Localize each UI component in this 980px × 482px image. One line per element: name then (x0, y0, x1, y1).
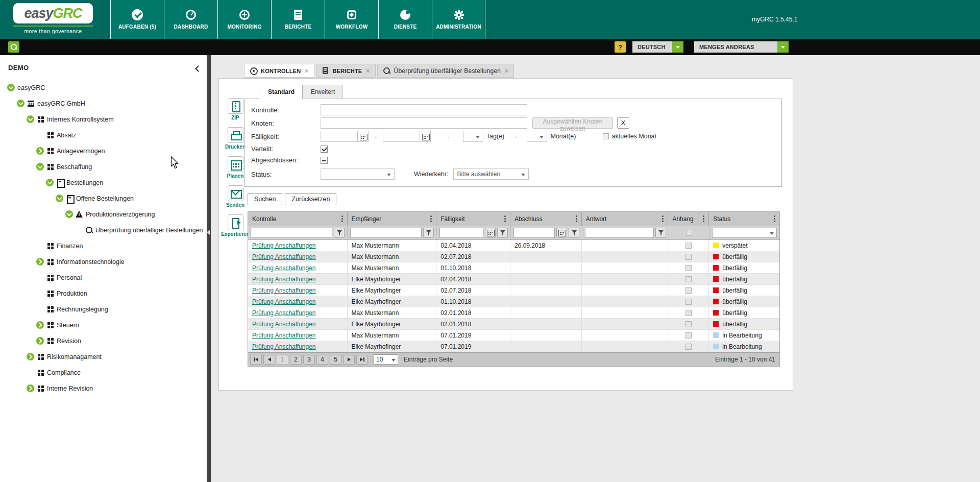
next-page-button[interactable] (343, 355, 355, 365)
language-dropdown-button[interactable] (672, 41, 683, 53)
status-select[interactable] (321, 168, 395, 180)
page-number-button[interactable]: 2 (290, 355, 302, 365)
table-row[interactable]: Prüfung Anschaffungen Elke Mayrhofinger … (248, 274, 779, 285)
page-number-button[interactable]: 3 (303, 355, 315, 365)
monate-select[interactable] (527, 131, 547, 142)
page-number-button[interactable]: 1 (277, 355, 288, 365)
calendar-filter-button[interactable] (485, 228, 496, 238)
page-number-button[interactable]: 4 (316, 355, 328, 365)
nav-item-monitoring[interactable]: MONITORING (217, 0, 271, 39)
kontrolle-link[interactable]: Prüfung Anschaffungen (252, 253, 316, 260)
column-header-antwort[interactable]: Antwort (582, 212, 669, 226)
nav-item-dashboard[interactable]: DASHBOARD (164, 0, 217, 39)
tree-item[interactable]: Bestellungen (0, 175, 207, 190)
column-menu-icon[interactable] (504, 215, 506, 222)
tree-item[interactable]: easyGRC (0, 80, 207, 95)
kontrolle-link[interactable]: Prüfung Anschaffungen (252, 298, 316, 305)
filter-button[interactable] (423, 228, 434, 238)
page-size-select[interactable]: 10 (374, 354, 398, 365)
toolbar-button-box[interactable] (228, 156, 243, 172)
tree-expander-icon[interactable] (56, 195, 63, 202)
filter-button[interactable] (334, 228, 345, 238)
kontrolle-link[interactable]: Prüfung Anschaffungen (252, 332, 316, 339)
table-row[interactable]: Prüfung Anschaffungen Max Mustermann 07.… (248, 330, 779, 341)
tree-item[interactable]: Compliance (0, 365, 207, 380)
filter-input-abschluss[interactable] (513, 228, 555, 238)
calendar-button[interactable] (420, 131, 431, 142)
toolbar-button[interactable]: Exportieren (220, 214, 251, 237)
tree-expander-icon[interactable] (36, 147, 44, 155)
column-menu-icon[interactable] (341, 215, 343, 222)
column-header-kontrolle[interactable]: Kontrolle (248, 212, 348, 226)
splitter-collapse-icon[interactable] (207, 230, 210, 235)
tree-expander-icon[interactable] (36, 321, 44, 329)
column-menu-icon[interactable] (774, 215, 775, 222)
toolbar-button-box[interactable] (228, 127, 243, 143)
kontrolle-link[interactable]: Prüfung Anschaffungen (252, 321, 316, 328)
nav-item-berichte[interactable]: BERICHTE (271, 0, 325, 39)
table-row[interactable]: Prüfung Anschaffungen Elke Mayrhofinger … (248, 285, 779, 296)
filter-button[interactable] (569, 228, 579, 238)
tree-item[interactable]: Internes Kontrollsystem (0, 111, 207, 127)
nav-item-dienste[interactable]: DIENSTE (378, 0, 432, 39)
faelligkeit-from-input[interactable] (321, 131, 358, 142)
column-menu-icon[interactable] (662, 215, 664, 222)
easygrc-logo[interactable]: easyGRC more than governance (13, 3, 93, 34)
tree-expander-icon[interactable] (36, 163, 44, 171)
tree-item[interactable]: easyGRC GmbH (0, 95, 207, 111)
tree-expander-icon[interactable] (65, 210, 73, 218)
kontrolle-link[interactable]: Prüfung Anschaffungen (252, 264, 316, 272)
tab-ueberpruefung[interactable]: Überprüfung überfälliger Bestellungen × (377, 64, 514, 78)
filter-input-antwort[interactable] (585, 228, 654, 238)
table-row[interactable]: Prüfung Anschaffungen Max Mustermann 02.… (248, 240, 779, 251)
tab-standard[interactable]: Standard (260, 85, 303, 99)
tab-berichte[interactable]: BERICHTE × (316, 64, 376, 78)
tree-item[interactable]: Anlagevermögen (0, 143, 207, 159)
tage-select[interactable] (463, 131, 483, 142)
filter-input-kontrolle[interactable] (251, 228, 332, 238)
previous-page-button[interactable] (263, 355, 275, 365)
tree-item[interactable]: Personal (0, 270, 207, 285)
tree-item[interactable]: Überprüfung überfälliger Bestellungen (0, 222, 207, 238)
abgeschlossen-checkbox[interactable] (321, 157, 328, 164)
tree-item[interactable]: Absatz (0, 127, 207, 143)
table-row[interactable]: Prüfung Anschaffungen Elke Mayrhofinger … (248, 296, 779, 307)
filter-button[interactable] (497, 228, 508, 238)
toolbar-button[interactable]: Senden (220, 185, 251, 208)
kontrolle-link[interactable]: Prüfung Anschaffungen (252, 343, 316, 350)
filter-input-faelligkeit[interactable] (439, 228, 483, 238)
tree-item[interactable]: Revision (0, 333, 207, 349)
toolbar-button-box[interactable] (228, 98, 243, 114)
tree-item[interactable]: Steuern (0, 317, 207, 333)
tree-expander-icon[interactable] (36, 337, 44, 345)
filter-input-empfaenger[interactable] (350, 228, 422, 238)
kontrolle-link[interactable]: Prüfung Anschaffungen (252, 309, 316, 317)
filter-button[interactable] (655, 228, 666, 238)
tree-item[interactable]: Interne Revision (0, 380, 207, 396)
calendar-filter-button[interactable] (556, 228, 567, 238)
zuruecksetzen-button[interactable]: Zurücksetzen (285, 193, 336, 205)
verteilt-checkbox[interactable] (321, 146, 328, 153)
tab-erweitert[interactable]: Erweitert (303, 85, 343, 99)
tree-expander-icon[interactable] (27, 115, 34, 123)
tree-item[interactable]: Beschaffung (0, 159, 207, 175)
toolbar-button-box[interactable] (228, 214, 243, 230)
column-menu-icon[interactable] (703, 215, 704, 222)
toolbar-button-box[interactable] (228, 185, 243, 201)
page-number-button[interactable]: 5 (330, 355, 341, 365)
tree-item[interactable]: Rechnungslegung (0, 301, 207, 317)
user-select[interactable]: MENGES ANDREAS (694, 41, 789, 53)
table-row[interactable]: Prüfung Anschaffungen Elke Mayrhofinger … (248, 341, 779, 352)
wiederkehr-select[interactable]: Bitte auswählen (453, 168, 529, 180)
tree-item[interactable]: Produktion (0, 285, 207, 301)
close-icon[interactable]: × (504, 67, 508, 75)
tree-item[interactable]: Finanzen (0, 238, 207, 254)
user-dropdown-button[interactable] (777, 41, 789, 53)
tree-expander-icon[interactable] (27, 384, 34, 392)
sidebar-collapse-button[interactable] (196, 64, 201, 73)
kontrolle-link[interactable]: Prüfung Anschaffungen (252, 287, 316, 294)
anhang-filter-checkbox[interactable] (686, 230, 692, 236)
close-icon[interactable]: × (304, 67, 308, 75)
aktuelles-monat-checkbox[interactable] (603, 133, 609, 139)
tree-item[interactable]: Offene Bestellungen (0, 190, 207, 206)
